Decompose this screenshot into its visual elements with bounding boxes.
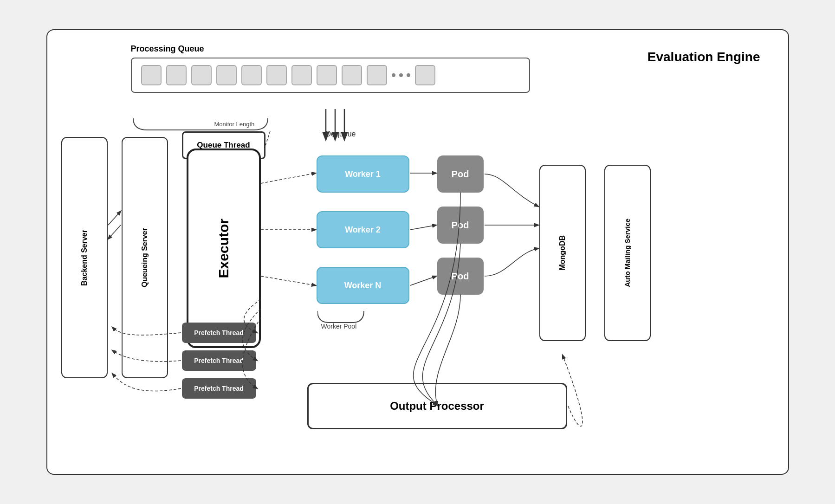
bracket-svg [133,116,402,132]
backend-server: Backend Server [61,137,108,378]
svg-line-11 [265,131,270,145]
queue-item [291,65,312,85]
svg-line-7 [261,276,316,285]
worker-n: Worker N [317,267,409,304]
prefetch-thread-3-label: Prefetch Thread [194,385,244,392]
queue-item [166,65,187,85]
pod-3-label: Pod [452,271,469,282]
queueing-server-label: Queueing Server [141,228,149,287]
monitor-length-label: Monitor Length [214,121,255,128]
queue-item [191,65,212,85]
queue-item [141,65,162,85]
processing-queue-label: Processing Queue [131,44,530,54]
mongodb-label: MongoDB [558,235,567,271]
queue-dot [392,73,395,77]
executor-label: Executor [216,219,232,278]
prefetch-thread-1: Prefetch Thread [182,323,256,343]
worker-2-label: Worker 2 [345,225,381,235]
queue-item [216,65,237,85]
queueing-server: Queueing Server [122,137,168,378]
dequeue-label: Dequeue [326,130,356,138]
mailing-box: Auto Mailing Service [604,165,651,341]
prefetch-thread-2: Prefetch Thread [182,350,256,371]
eval-engine-title: Evaluation Engine [647,49,760,65]
mailing-label: Auto Mailing Service [623,219,631,287]
worker-1-label: Worker 1 [345,169,381,179]
svg-line-10 [410,276,436,285]
queue-item [415,65,435,85]
svg-line-3 [108,211,121,225]
worker-pool-label: Worker Pool [321,323,357,330]
queue-box [131,58,530,93]
queue-dot [407,73,410,77]
queue-dot [399,73,403,77]
worker-2: Worker 2 [317,211,409,248]
main-container: Evaluation Engine Processing Queue [46,29,789,475]
pod-1-label: Pod [452,169,469,180]
mongodb-box: MongoDB [539,165,586,341]
prefetch-thread-2-label: Prefetch Thread [194,357,244,364]
queue-dots [392,73,410,77]
queue-item [342,65,362,85]
worker-n-label: Worker N [344,281,382,291]
queue-item [266,65,287,85]
svg-line-4 [108,225,121,239]
svg-line-5 [261,173,316,183]
prefetch-thread-1-label: Prefetch Thread [194,329,244,336]
svg-line-9 [410,225,436,230]
pod-2: Pod [437,207,484,244]
pod-1: Pod [437,155,484,193]
executor-box: Executor [187,149,261,348]
pod-2-label: Pod [452,220,469,231]
processing-queue-section: Processing Queue [131,44,530,93]
queue-item [317,65,337,85]
backend-server-label: Backend Server [80,230,89,286]
prefetch-thread-3: Prefetch Thread [182,378,256,399]
queue-item [367,65,387,85]
output-processor-label: Output Processor [390,400,484,413]
output-processor-box: Output Processor [307,383,567,429]
worker-1: Worker 1 [317,155,409,193]
pod-3: Pod [437,258,484,295]
queue-item [241,65,262,85]
